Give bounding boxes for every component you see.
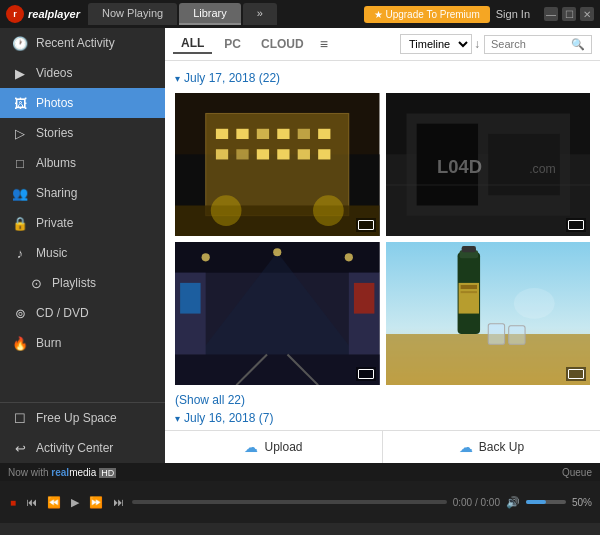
- date-group-july-16[interactable]: ▾ July 16, 2018 (7): [175, 411, 590, 425]
- svg-rect-13: [277, 149, 289, 159]
- photo-thumb-subway[interactable]: [175, 242, 380, 385]
- sort-wrapper: Timeline ↓: [400, 34, 480, 54]
- player-next-button[interactable]: ⏭: [111, 494, 126, 510]
- minimize-button[interactable]: —: [544, 7, 558, 21]
- sidebar-label-albums: Albums: [36, 156, 76, 170]
- photo-thumb-inner-4: [386, 242, 591, 385]
- sort-direction-icon[interactable]: ↓: [474, 37, 480, 51]
- tab-all[interactable]: ALL: [173, 34, 212, 54]
- sidebar-item-playlists[interactable]: ⊙ Playlists: [0, 268, 165, 298]
- title-tabs: Now Playing Library »: [88, 3, 277, 25]
- logo-circle: r: [6, 5, 24, 23]
- photo-grid-area: ▾ July 17, 2018 (22): [165, 61, 600, 430]
- cd-icon: ⊚: [12, 305, 28, 321]
- sidebar-item-videos[interactable]: ▶ Videos: [0, 58, 165, 88]
- svg-rect-5: [236, 129, 248, 139]
- sidebar-item-free-up-space[interactable]: ☐ Free Up Space: [0, 403, 165, 433]
- backup-button[interactable]: ☁ Back Up: [383, 431, 600, 463]
- video-icon: ▶: [12, 65, 28, 81]
- search-button[interactable]: 🔍: [571, 38, 585, 51]
- tab-cloud[interactable]: CLOUD: [253, 35, 312, 53]
- maximize-button[interactable]: ☐: [562, 7, 576, 21]
- photo-thumb-bottle[interactable]: [386, 242, 591, 385]
- sidebar-item-stories[interactable]: ▷ Stories: [0, 118, 165, 148]
- close-button[interactable]: ✕: [580, 7, 594, 21]
- upgrade-button[interactable]: ★ Upgrade To Premium: [364, 6, 490, 23]
- sidebar-bottom: ☐ Free Up Space ↩ Activity Center: [0, 402, 165, 463]
- sort-select[interactable]: Timeline: [400, 34, 472, 54]
- photo-thumb-dark[interactable]: L04D .com: [386, 93, 591, 236]
- upload-icon: ☁: [244, 439, 258, 455]
- svg-rect-10: [216, 149, 228, 159]
- player-bar: ■ ⏮ ⏪ ▶ ⏩ ⏭ 0:00 / 0:00 🔊 50%: [0, 481, 600, 523]
- main-layout: 🕐 Recent Activity ▶ Videos 🖼 Photos ▷ St…: [0, 28, 600, 463]
- sidebar-label-videos: Videos: [36, 66, 72, 80]
- tab-pc[interactable]: PC: [216, 35, 249, 53]
- sidebar-item-cd-dvd[interactable]: ⊚ CD / DVD: [0, 298, 165, 328]
- title-bar-actions: ★ Upgrade To Premium Sign In — ☐ ✕: [364, 6, 594, 23]
- player-play-button[interactable]: ▶: [69, 494, 81, 511]
- svg-rect-12: [257, 149, 269, 159]
- player-prev-button[interactable]: ⏮: [24, 494, 39, 510]
- music-icon: ♪: [12, 245, 28, 261]
- logo-icon: r: [13, 9, 17, 19]
- search-input[interactable]: [491, 38, 571, 50]
- action-bar: ☁ Upload ☁ Back Up: [165, 430, 600, 463]
- window-controls: — ☐ ✕: [544, 7, 594, 21]
- sidebar-label-music: Music: [36, 246, 67, 260]
- playlists-icon: ⊙: [28, 275, 44, 291]
- svg-point-17: [211, 195, 242, 226]
- photo-grid-july-17: L04D .com: [175, 93, 590, 385]
- tab-library[interactable]: Library: [179, 3, 241, 25]
- photo-overlay-4: [566, 367, 586, 381]
- sidebar-item-photos[interactable]: 🖼 Photos: [0, 88, 165, 118]
- svg-rect-49: [488, 324, 504, 344]
- sign-in-button[interactable]: Sign In: [496, 8, 530, 20]
- tab-extra[interactable]: »: [243, 3, 277, 25]
- player-progress-bar[interactable]: [132, 500, 447, 504]
- player-forward-button[interactable]: ⏩: [87, 494, 105, 511]
- date-group-july-17[interactable]: ▾ July 17, 2018 (22): [175, 71, 590, 85]
- sidebar: 🕐 Recent Activity ▶ Videos 🖼 Photos ▷ St…: [0, 28, 165, 463]
- sidebar-item-sharing[interactable]: 👥 Sharing: [0, 178, 165, 208]
- volume-bar[interactable]: [526, 500, 566, 504]
- backup-icon: ☁: [459, 439, 473, 455]
- player-stop-button[interactable]: ■: [8, 495, 18, 510]
- clock-icon: 🕐: [12, 35, 28, 51]
- svg-text:L04D: L04D: [437, 156, 482, 177]
- sharing-icon: 👥: [12, 185, 28, 201]
- monitor-icon-1: [358, 220, 374, 230]
- sidebar-item-activity-center[interactable]: ↩ Activity Center: [0, 433, 165, 463]
- svg-point-51: [513, 288, 554, 319]
- app-logo: r realplayer: [6, 5, 80, 23]
- upload-button[interactable]: ☁ Upload: [165, 431, 382, 463]
- svg-point-38: [273, 248, 281, 256]
- sidebar-item-burn[interactable]: 🔥 Burn: [0, 328, 165, 358]
- status-bar: Now with realmedia HD Queue: [0, 463, 600, 481]
- svg-text:.com: .com: [529, 162, 556, 176]
- photo-overlay-3: [356, 367, 376, 381]
- backup-label: Back Up: [479, 440, 524, 454]
- show-all-link[interactable]: (Show all 22): [175, 393, 590, 407]
- sidebar-item-recent-activity[interactable]: 🕐 Recent Activity: [0, 28, 165, 58]
- player-back-button[interactable]: ⏪: [45, 494, 63, 511]
- activity-icon: ↩: [12, 440, 28, 456]
- sidebar-item-private[interactable]: 🔒 Private: [0, 208, 165, 238]
- sidebar-label-private: Private: [36, 216, 73, 230]
- monitor-icon-4: [568, 369, 584, 379]
- svg-rect-8: [298, 129, 310, 139]
- sidebar-item-music[interactable]: ♪ Music: [0, 238, 165, 268]
- svg-rect-47: [460, 285, 476, 289]
- date-label-july-16: July 16, 2018 (7): [184, 411, 273, 425]
- collapse-arrow: ▾: [175, 73, 180, 84]
- svg-rect-7: [277, 129, 289, 139]
- svg-rect-48: [460, 291, 476, 293]
- monitor-icon-2: [568, 220, 584, 230]
- status-text: Now with realmedia HD: [8, 467, 116, 478]
- photo-overlay-1: [356, 218, 376, 232]
- sidebar-item-albums[interactable]: □ Albums: [0, 148, 165, 178]
- albums-icon: □: [12, 155, 28, 171]
- photo-thumb-building[interactable]: [175, 93, 380, 236]
- tab-now-playing[interactable]: Now Playing: [88, 3, 177, 25]
- menu-icon-button[interactable]: ≡: [316, 34, 332, 54]
